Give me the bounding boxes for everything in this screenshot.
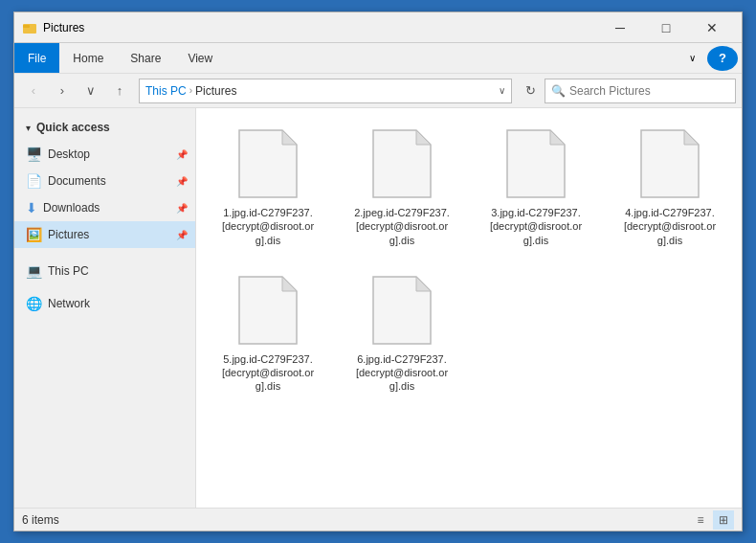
svg-marker-5 [416,130,431,145]
window-icon [22,20,37,35]
file-grid: 1.jpg.id-C279F237.[decrypt@disroot.org].… [206,118,732,401]
up-button[interactable]: ↑ [106,79,133,103]
network-icon: 🌐 [26,296,42,311]
close-button[interactable]: ✕ [690,14,734,41]
svg-marker-3 [282,130,297,145]
downloads-label: Downloads [43,201,100,215]
file-icon [368,125,435,202]
pictures-label: Pictures [48,228,89,241]
refresh-button[interactable]: ↻ [518,79,543,103]
file-item[interactable]: 2.jpeg.id-C279F237.[decrypt@disroot.org]… [340,118,464,255]
window-controls: ─ □ ✕ [598,14,734,41]
sidebar-item-network[interactable]: 🌐 Network [14,290,195,317]
svg-rect-1 [23,25,30,28]
file-item[interactable]: 5.jpg.id-C279F237.[decrypt@disroot.org].… [206,264,330,401]
file-icon [234,125,301,202]
file-area: 1.jpg.id-C279F237.[decrypt@disroot.org].… [196,108,742,508]
menu-bar-right: ∨ ? [677,43,742,73]
list-view-button[interactable]: ≡ [690,510,711,530]
search-bar[interactable]: 🔍 [545,79,736,103]
breadcrumb-separator: › [189,85,192,96]
thispc-label: This PC [48,264,89,278]
file-icon [636,125,703,202]
file-name: 2.jpeg.id-C279F237.[decrypt@disroot.org]… [354,206,450,247]
menu-home[interactable]: Home [59,43,117,73]
svg-marker-7 [550,130,565,145]
sidebar-item-thispc[interactable]: 💻 This PC [14,258,195,284]
file-icon [502,125,569,202]
search-input[interactable] [569,84,729,98]
file-item[interactable]: 4.jpg.id-C279F237.[decrypt@disroot.org].… [608,118,732,255]
menu-file[interactable]: File [14,43,59,73]
quickaccess-label: Quick access [36,121,110,134]
breadcrumb-pictures: Pictures [195,84,236,98]
desktop-icon: 🖥️ [26,147,42,162]
breadcrumb-dropdown[interactable]: ∨ [499,85,505,96]
explorer-window: Pictures ─ □ ✕ File Home Share View ∨ ? … [13,11,743,532]
pictures-icon: 🖼️ [26,227,42,242]
search-icon: 🔍 [551,84,566,98]
status-bar: 6 items ≡ ⊞ [14,508,742,531]
menu-bar: File Home Share View ∨ ? [14,43,742,74]
maximize-button[interactable]: □ [644,14,688,41]
icon-view-button[interactable]: ⊞ [713,510,734,530]
sidebar-quickaccess-header: ▾ Quick access [14,114,195,141]
network-label: Network [48,297,90,310]
menu-view[interactable]: View [174,43,226,73]
dropdown-history-button[interactable]: ∨ [78,79,104,103]
sidebar-item-desktop[interactable]: 🖥️ Desktop 📌 [14,141,195,168]
file-name: 5.jpg.id-C279F237.[decrypt@disroot.org].… [220,352,316,394]
quickaccess-chevron: ▾ [26,123,31,133]
sidebar-item-pictures[interactable]: 🖼️ Pictures 📌 [14,221,195,248]
nav-bar: ‹ › ∨ ↑ This PC › Pictures ∨ ↻ 🔍 [14,74,742,108]
sidebar-item-downloads[interactable]: ⬇ Downloads 📌 [14,194,195,221]
pin-icon-pictures: 📌 [176,230,188,240]
pin-icon-desktop: 📌 [176,149,188,160]
svg-marker-13 [416,277,431,291]
window-title: Pictures [43,21,598,34]
item-count: 6 items [22,513,59,527]
svg-marker-9 [684,130,699,145]
main-area: ▾ Quick access 🖥️ Desktop 📌 📄 Documents … [14,108,742,508]
sidebar-item-documents[interactable]: 📄 Documents 📌 [14,168,195,194]
menu-chevron[interactable]: ∨ [677,43,707,73]
title-bar: Pictures ─ □ ✕ [14,12,742,43]
downloads-icon: ⬇ [26,200,37,215]
file-icon [234,272,301,349]
file-item[interactable]: 6.jpg.id-C279F237.[decrypt@disroot.org].… [340,264,464,401]
back-button[interactable]: ‹ [20,79,47,103]
file-item[interactable]: 1.jpg.id-C279F237.[decrypt@disroot.org].… [206,118,330,255]
breadcrumb-thispc[interactable]: This PC [145,84,187,98]
file-name: 1.jpg.id-C279F237.[decrypt@disroot.org].… [220,206,316,247]
thispc-icon: 💻 [26,263,42,279]
documents-label: Documents [48,174,106,188]
svg-marker-11 [282,277,297,291]
menu-share[interactable]: Share [117,43,174,73]
sidebar: ▾ Quick access 🖥️ Desktop 📌 📄 Documents … [14,108,196,508]
minimize-button[interactable]: ─ [598,14,642,41]
pin-icon-documents: 📌 [176,176,188,187]
breadcrumb-bar: This PC › Pictures ∨ [139,79,512,103]
file-name: 3.jpg.id-C279F237.[decrypt@disroot.org].… [488,206,584,247]
pin-icon-downloads: 📌 [176,203,188,214]
help-button[interactable]: ? [707,46,738,71]
file-name: 6.jpg.id-C279F237.[decrypt@disroot.org].… [354,352,450,394]
forward-button[interactable]: › [49,79,76,103]
desktop-label: Desktop [48,147,90,161]
file-name: 4.jpg.id-C279F237.[decrypt@disroot.org].… [622,206,718,247]
view-controls: ≡ ⊞ [690,510,734,530]
file-icon [368,272,435,349]
file-item[interactable]: 3.jpg.id-C279F237.[decrypt@disroot.org].… [474,118,598,255]
documents-icon: 📄 [26,173,42,189]
